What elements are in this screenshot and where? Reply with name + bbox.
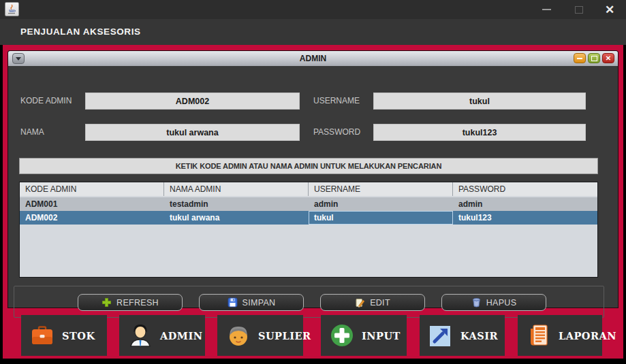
- plus-circle-icon: [330, 323, 354, 348]
- table-header-row: KODE ADMIN NAMA ADMIN USERNAME PASSWORD: [20, 182, 597, 196]
- nav-button-kasir[interactable]: KASIR: [420, 315, 505, 356]
- column-header-password[interactable]: PASSWORD: [453, 182, 597, 196]
- hapus-button[interactable]: HAPUS: [441, 294, 546, 311]
- nav-button-laporan[interactable]: LAPORAN: [518, 315, 602, 356]
- password-label: PASSWORD: [313, 124, 360, 141]
- table-cell[interactable]: ADM002: [20, 211, 164, 225]
- supplier-person-icon: [226, 323, 251, 348]
- username-field[interactable]: tukul: [373, 93, 586, 110]
- frame-maximize-button[interactable]: [588, 53, 600, 63]
- table-cell-focused[interactable]: tukul: [309, 211, 453, 225]
- java-coffee-icon: [7, 4, 17, 14]
- edit-button-label: EDIT: [370, 298, 390, 308]
- table-cell[interactable]: tukul123: [453, 211, 597, 225]
- app-window-icon: [5, 2, 19, 16]
- frame-close-button[interactable]: ✕: [602, 53, 614, 63]
- refresh-button-label: REFRESH: [116, 298, 159, 308]
- search-input[interactable]: KETIK KODE ADMIN ATAU NAMA ADMIN UNTUK M…: [19, 158, 598, 174]
- simpan-button-label: SIMPAN: [242, 298, 276, 308]
- minimize-icon: [542, 9, 551, 10]
- refresh-button[interactable]: REFRESH: [78, 294, 183, 311]
- column-header-username[interactable]: USERNAME: [309, 182, 453, 196]
- window-close-button[interactable]: ✕: [595, 0, 624, 19]
- nav-button-input[interactable]: INPUT: [321, 315, 407, 356]
- nav-label-input: INPUT: [362, 330, 401, 342]
- table-row-selected[interactable]: ADM002 tukul arwana tukul tukul123: [20, 211, 597, 225]
- hapus-button-label: HAPUS: [486, 298, 517, 308]
- table-cell[interactable]: tukul arwana: [164, 211, 309, 225]
- table-cell[interactable]: admin: [309, 197, 453, 211]
- maximize-icon: [575, 6, 583, 14]
- cashier-arrow-icon: [428, 323, 453, 348]
- table-row[interactable]: ADM001 testadmin admin admin: [20, 197, 597, 211]
- nav-label-laporan: LAPORAN: [559, 330, 616, 342]
- app-header-bar: PENJUALAN AKSESORIS: [0, 19, 626, 45]
- frame-titlebar[interactable]: ADMIN ✕: [8, 51, 618, 66]
- nav-button-stok[interactable]: STOK: [21, 315, 107, 356]
- window-maximize-button[interactable]: [564, 0, 594, 19]
- nama-label: NAMA: [20, 124, 44, 141]
- admin-internal-frame: ADMIN ✕ KODE ADMIN ADM002 USERNAME tukul…: [8, 51, 618, 308]
- table-cell[interactable]: ADM001: [20, 197, 164, 211]
- nav-label-kasir: KASIR: [460, 330, 498, 342]
- simpan-button[interactable]: SIMPAN: [199, 294, 304, 311]
- edit-note-icon: [355, 297, 365, 308]
- maximize-icon: [591, 56, 597, 61]
- username-label: USERNAME: [313, 93, 360, 110]
- column-header-kode-admin[interactable]: KODE ADMIN: [20, 182, 164, 196]
- edit-button[interactable]: EDIT: [320, 294, 425, 311]
- nav-button-suplier[interactable]: SUPLIER: [217, 315, 303, 356]
- plus-icon: [101, 297, 112, 308]
- admin-person-icon: [128, 323, 153, 348]
- save-floppy-icon: [228, 297, 238, 308]
- frame-minimize-button[interactable]: [574, 53, 586, 63]
- action-button-panel: REFRESH SIMPAN: [14, 286, 604, 318]
- window-minimize-button[interactable]: [531, 0, 561, 19]
- table-cell[interactable]: testadmin: [164, 197, 309, 211]
- kode-admin-label: KODE ADMIN: [20, 93, 72, 110]
- table-cell[interactable]: admin: [453, 197, 597, 211]
- frame-body: KODE ADMIN ADM002 USERNAME tukul NAMA tu…: [8, 66, 618, 308]
- admin-table: KODE ADMIN NAMA ADMIN USERNAME PASSWORD …: [19, 182, 598, 278]
- minimize-icon: [577, 58, 582, 59]
- kode-admin-field[interactable]: ADM002: [85, 93, 300, 110]
- trash-icon: [471, 297, 482, 308]
- nav-button-admin[interactable]: ADMIN: [119, 315, 205, 356]
- frame-title: ADMIN: [8, 51, 618, 66]
- window-titlebar: ✕: [0, 0, 626, 19]
- nav-label-stok: STOK: [62, 330, 95, 342]
- nama-field[interactable]: tukul arwana: [85, 124, 300, 141]
- main-panel: ADMIN ✕ KODE ADMIN ADM002 USERNAME tukul…: [3, 45, 623, 359]
- close-icon: ✕: [606, 55, 611, 62]
- app-title: PENJUALAN AKSESORIS: [20, 27, 141, 37]
- close-icon: ✕: [605, 3, 614, 17]
- password-field[interactable]: tukul123: [373, 124, 586, 141]
- briefcase-icon: [30, 323, 54, 348]
- nav-label-admin: ADMIN: [160, 330, 202, 342]
- report-document-icon: [527, 323, 551, 348]
- nav-label-suplier: SUPLIER: [258, 330, 311, 342]
- column-header-nama-admin[interactable]: NAMA ADMIN: [164, 182, 309, 196]
